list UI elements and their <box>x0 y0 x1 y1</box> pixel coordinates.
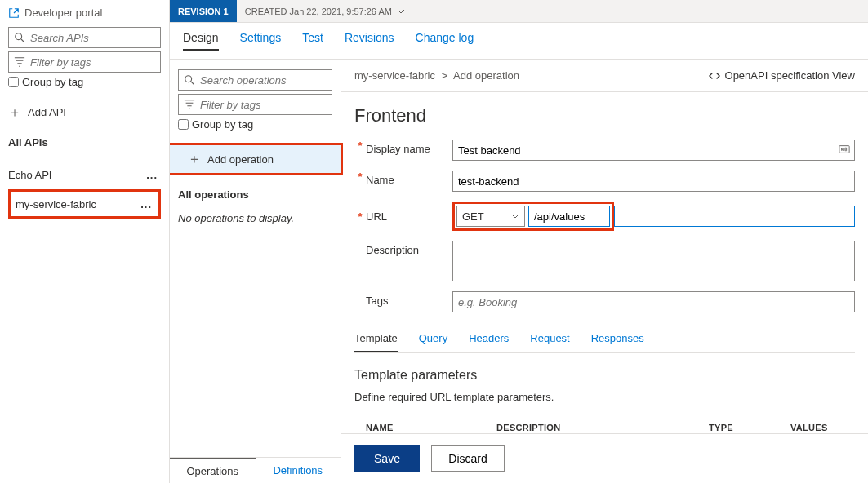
description-label: Description <box>366 241 452 256</box>
frontend-heading: Frontend <box>354 105 855 126</box>
description-input[interactable] <box>452 241 855 281</box>
tab-changelog[interactable]: Change log <box>416 31 474 51</box>
search-apis-input[interactable] <box>30 32 155 44</box>
more-icon[interactable]: ... <box>146 169 158 181</box>
api-sidebar: Developer portal Group by tag ＋ Add API … <box>0 0 170 483</box>
url-path-input[interactable] <box>528 206 610 227</box>
col-name: NAME <box>366 423 464 432</box>
revision-created-text: CREATED Jan 22, 2021, 9:57:26 AM <box>245 7 392 16</box>
subtab-request[interactable]: Request <box>530 332 569 352</box>
sub-tabs: Template Query Headers Request Responses <box>354 332 855 353</box>
display-name-field-wrap <box>452 140 855 161</box>
all-apis-heading: All APIs <box>8 136 161 148</box>
filter-icon <box>14 56 25 68</box>
text-format-icon[interactable] <box>839 144 850 155</box>
display-name-label: Display name <box>366 140 452 155</box>
chevron-down-icon <box>397 7 405 16</box>
ops-group-by-tag-checkbox[interactable]: Group by tag <box>178 118 332 131</box>
col-type: TYPE <box>709 423 758 432</box>
search-apis-box[interactable] <box>8 27 161 48</box>
url-label: URL <box>366 210 452 223</box>
required-marker: * <box>354 210 366 223</box>
operations-panel: Group by tag ＋ Add operation All operati… <box>170 60 341 483</box>
tab-design[interactable]: Design <box>183 31 219 51</box>
group-by-tag-input[interactable] <box>8 77 19 87</box>
api-item-my-service-fabric[interactable]: my-service-fabric ... <box>8 189 161 219</box>
url-highlight-box: GET <box>452 202 614 231</box>
revision-created[interactable]: CREATED Jan 22, 2021, 9:57:26 AM <box>237 7 413 16</box>
code-icon <box>709 70 720 82</box>
ops-bottom-tabs: Operations Definitions <box>170 457 341 483</box>
required-marker: * <box>354 140 366 152</box>
template-params-heading: Template parameters <box>354 368 855 383</box>
action-bar: Save Discard <box>341 433 868 483</box>
http-method-value: GET <box>462 210 484 223</box>
tags-input[interactable] <box>452 291 855 312</box>
tab-definitions[interactable]: Definitions <box>256 458 341 483</box>
ops-group-by-tag-input[interactable] <box>178 119 189 130</box>
group-by-tag-checkbox[interactable]: Group by tag <box>8 76 161 88</box>
main-content: my-service-fabric > Add operation OpenAP… <box>341 60 868 483</box>
tab-revisions[interactable]: Revisions <box>345 31 394 51</box>
add-operation-label: Add operation <box>207 153 274 166</box>
svg-point-0 <box>16 33 22 40</box>
openapi-spec-label: OpenAPI specification View <box>725 69 855 82</box>
chevron-down-icon <box>511 212 519 220</box>
search-operations-input[interactable] <box>200 74 327 86</box>
filter-apis-box[interactable] <box>8 51 161 73</box>
template-params-columns: NAME DESCRIPTION TYPE VALUES <box>354 418 855 433</box>
api-item-label: Echo API <box>8 169 51 181</box>
search-icon <box>14 32 25 43</box>
breadcrumb-page: Add operation <box>453 69 519 82</box>
breadcrumb-row: my-service-fabric > Add operation OpenAP… <box>341 60 868 92</box>
developer-portal-label: Developer portal <box>24 7 102 19</box>
subtab-query[interactable]: Query <box>419 332 447 352</box>
tab-settings[interactable]: Settings <box>240 31 282 51</box>
url-remainder-input[interactable] <box>614 206 855 227</box>
search-icon <box>184 74 195 86</box>
openapi-spec-link[interactable]: OpenAPI specification View <box>709 69 855 82</box>
subtab-responses[interactable]: Responses <box>591 332 644 352</box>
api-item-label: my-service-fabric <box>11 198 96 210</box>
external-link-icon <box>8 7 20 19</box>
required-marker: * <box>354 171 366 183</box>
name-label: Name <box>366 171 452 186</box>
plus-icon: ＋ <box>8 107 21 118</box>
subtab-headers[interactable]: Headers <box>469 332 509 352</box>
tab-operations[interactable]: Operations <box>170 458 256 483</box>
ops-group-by-tag-label: Group by tag <box>192 118 253 131</box>
breadcrumb: my-service-fabric > Add operation <box>354 69 519 82</box>
filter-icon <box>184 99 195 110</box>
plus-icon: ＋ <box>188 153 201 165</box>
all-operations-heading: All operations <box>178 188 332 201</box>
add-operation-button[interactable]: ＋ Add operation <box>170 143 343 175</box>
no-operations-text: No operations to display. <box>178 212 332 224</box>
col-values: VALUES <box>790 423 839 432</box>
api-item-echo[interactable]: Echo API ... <box>8 160 161 189</box>
filter-operations-input[interactable] <box>200 99 327 111</box>
tags-label: Tags <box>366 291 452 307</box>
filter-apis-input[interactable] <box>30 56 155 69</box>
main-tabs: Design Settings Test Revisions Change lo… <box>170 23 868 60</box>
http-method-select[interactable]: GET <box>456 206 525 227</box>
name-input[interactable] <box>452 171 855 192</box>
frontend-form: Frontend * Display name * Name <box>341 92 868 433</box>
display-name-input[interactable] <box>452 140 855 161</box>
revision-bar: REVISION 1 CREATED Jan 22, 2021, 9:57:26… <box>170 0 868 23</box>
svg-point-1 <box>185 76 192 82</box>
breadcrumb-sep: > <box>442 69 448 82</box>
more-icon[interactable]: ... <box>140 198 155 210</box>
subtab-template[interactable]: Template <box>354 332 398 352</box>
add-api-button[interactable]: ＋ Add API <box>8 103 161 122</box>
revision-pill[interactable]: REVISION 1 <box>170 0 237 22</box>
group-by-tag-label: Group by tag <box>22 76 83 88</box>
developer-portal-link[interactable]: Developer portal <box>8 7 161 19</box>
tab-test[interactable]: Test <box>302 31 323 51</box>
discard-button[interactable]: Discard <box>431 445 505 472</box>
template-params-sub: Define required URL template parameters. <box>354 391 855 403</box>
breadcrumb-api[interactable]: my-service-fabric <box>354 69 435 82</box>
filter-operations-box[interactable] <box>178 94 332 115</box>
search-operations-box[interactable] <box>178 69 332 91</box>
save-button[interactable]: Save <box>354 445 420 472</box>
svg-rect-2 <box>839 146 849 153</box>
